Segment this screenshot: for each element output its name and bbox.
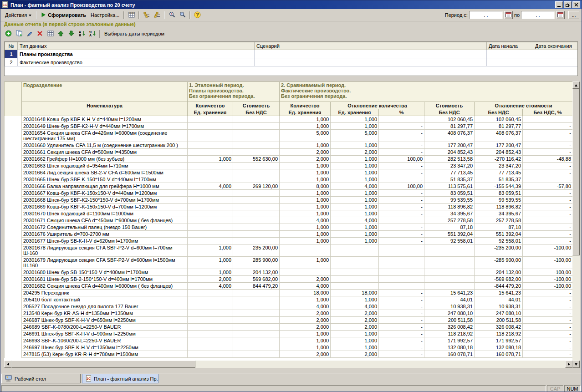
- value-cell[interactable]: -: [523, 190, 572, 197]
- horizontal-scroll-thumb[interactable]: [11, 361, 195, 368]
- maximize-button[interactable]: [564, 1, 572, 8]
- value-cell[interactable]: [233, 224, 280, 231]
- group-indent-cell[interactable]: [5, 310, 13, 317]
- value-cell[interactable]: 5,000: [280, 130, 331, 142]
- value-cell[interactable]: -285 900,00: [475, 257, 523, 269]
- value-cell[interactable]: -: [523, 149, 572, 156]
- nomenclature-cell[interactable]: 20301654 Секция шнека CFA d=426мм l=6000…: [22, 130, 188, 142]
- value-cell[interactable]: [233, 344, 280, 351]
- group-indent-cell[interactable]: [13, 269, 22, 276]
- value-cell[interactable]: -: [379, 290, 424, 296]
- value-cell[interactable]: [233, 310, 280, 317]
- group-indent-cell[interactable]: [13, 123, 22, 130]
- value-cell[interactable]: 18,000: [280, 290, 331, 296]
- group-indent-cell[interactable]: [5, 238, 13, 244]
- value-cell[interactable]: 1,000: [331, 210, 379, 217]
- nomenclature-cell[interactable]: 246697 Шнек-бур SBF-K-H-V d=1350мм l=225…: [22, 344, 188, 351]
- move-up-button[interactable]: [56, 29, 66, 39]
- value-cell[interactable]: -: [523, 130, 572, 142]
- value-cell[interactable]: -235 200,00: [475, 244, 523, 257]
- value-cell[interactable]: 1,000: [280, 238, 331, 244]
- value-cell[interactable]: -: [379, 169, 424, 176]
- data-type-cell[interactable]: Фактические производство: [18, 58, 255, 66]
- value-cell[interactable]: 4,000: [331, 303, 379, 310]
- value-cell[interactable]: [233, 169, 280, 176]
- table-settings-button[interactable]: [126, 10, 137, 20]
- nomenclature-cell[interactable]: 20301668 Шнек-бур SBF-K2-150*150-V d=700…: [22, 197, 188, 204]
- value-cell[interactable]: 551 392,04: [424, 231, 475, 238]
- sort-asc-button[interactable]: АЯ: [77, 29, 87, 39]
- value-cell[interactable]: [188, 204, 233, 210]
- add-button[interactable]: [3, 29, 14, 39]
- value-cell[interactable]: -204 132,00: [475, 269, 523, 276]
- value-cell[interactable]: -: [379, 324, 424, 331]
- group-indent-cell[interactable]: [13, 337, 22, 344]
- value-cell[interactable]: [233, 238, 280, 244]
- value-cell[interactable]: [188, 317, 233, 324]
- value-cell[interactable]: -: [379, 231, 424, 238]
- nomenclature-cell[interactable]: 20301672 Соединительный палец (гнездо 15…: [22, 224, 188, 231]
- group-indent-cell[interactable]: [13, 190, 22, 197]
- group-indent-cell[interactable]: [13, 183, 22, 190]
- value-cell[interactable]: [331, 276, 379, 283]
- value-cell[interactable]: -: [379, 317, 424, 324]
- value-cell[interactable]: -: [523, 204, 572, 210]
- row-number-cell[interactable]: 2: [5, 58, 18, 66]
- value-cell[interactable]: -: [379, 303, 424, 310]
- group-indent-cell[interactable]: [5, 303, 13, 310]
- value-cell[interactable]: 23 347,20: [475, 163, 523, 169]
- value-cell[interactable]: -: [523, 290, 572, 296]
- nomenclature-cell[interactable]: 20301679 Лидирующая секция CFA SBF-P2-V …: [22, 257, 188, 269]
- value-cell[interactable]: 177 200,47: [475, 142, 523, 149]
- value-cell[interactable]: [188, 231, 233, 238]
- value-cell[interactable]: [233, 231, 280, 238]
- nomenclature-cell[interactable]: 20301670 Шнек подающий d=1100мм l=1000мм: [22, 210, 188, 217]
- value-cell[interactable]: 1,000: [280, 123, 331, 130]
- value-cell[interactable]: -: [379, 197, 424, 204]
- nomenclature-cell[interactable]: 20301660 Удлинитель CFA 11,5 м (соединен…: [22, 142, 188, 149]
- value-cell[interactable]: 257 278,58: [475, 217, 523, 224]
- value-cell[interactable]: 83 059,51: [424, 190, 475, 197]
- value-cell[interactable]: 2,000: [280, 276, 331, 283]
- nomenclature-cell[interactable]: 213548 Керн-бур KR-AS-H d=1350мм l=1350м…: [22, 310, 188, 317]
- value-cell[interactable]: 1,000: [280, 204, 331, 210]
- value-cell[interactable]: 1,000: [331, 190, 379, 197]
- value-cell[interactable]: 1,000: [280, 210, 331, 217]
- group-indent-cell[interactable]: [5, 130, 13, 142]
- value-cell[interactable]: [188, 224, 233, 231]
- value-cell[interactable]: 92 558,01: [475, 238, 523, 244]
- group-indent-cell[interactable]: [5, 290, 13, 296]
- value-cell[interactable]: 83 059,51: [475, 190, 523, 197]
- value-cell[interactable]: [188, 197, 233, 204]
- value-cell[interactable]: 257 278,58: [424, 217, 475, 224]
- value-cell[interactable]: [233, 190, 280, 197]
- value-cell[interactable]: 87,18: [475, 224, 523, 231]
- expand-groups-button[interactable]: [141, 10, 152, 20]
- value-cell[interactable]: -100,00: [523, 257, 572, 269]
- value-cell[interactable]: [233, 176, 280, 183]
- value-cell[interactable]: 10 938,31: [424, 303, 475, 310]
- value-cell[interactable]: 1,000: [280, 142, 331, 149]
- scroll-left-button[interactable]: [4, 361, 11, 368]
- value-cell[interactable]: -: [379, 217, 424, 224]
- value-cell[interactable]: -: [379, 204, 424, 210]
- value-cell[interactable]: 326 008,42: [475, 324, 523, 331]
- group-indent-cell[interactable]: [13, 244, 22, 257]
- value-cell[interactable]: -: [523, 344, 572, 351]
- group-indent-cell[interactable]: [5, 296, 13, 303]
- value-cell[interactable]: [233, 331, 280, 337]
- scenario-cell[interactable]: [255, 58, 487, 66]
- edit-button[interactable]: [24, 29, 35, 39]
- group-indent-cell[interactable]: [13, 149, 22, 156]
- value-cell[interactable]: 200 511,58: [424, 317, 475, 324]
- value-cell[interactable]: 4,000: [188, 183, 233, 190]
- group-indent-cell[interactable]: [13, 296, 22, 303]
- value-cell[interactable]: 99 539,55: [475, 197, 523, 204]
- value-cell[interactable]: [188, 176, 233, 183]
- nomenclature-cell[interactable]: 247815 (БЗ) Керн-бур KR-R-H d=780мм l=15…: [22, 351, 188, 358]
- value-cell[interactable]: 1,000: [331, 331, 379, 337]
- value-cell[interactable]: [188, 190, 233, 197]
- value-cell[interactable]: 1,000: [280, 337, 331, 344]
- group-indent-cell[interactable]: [13, 163, 22, 169]
- value-cell[interactable]: -: [523, 217, 572, 224]
